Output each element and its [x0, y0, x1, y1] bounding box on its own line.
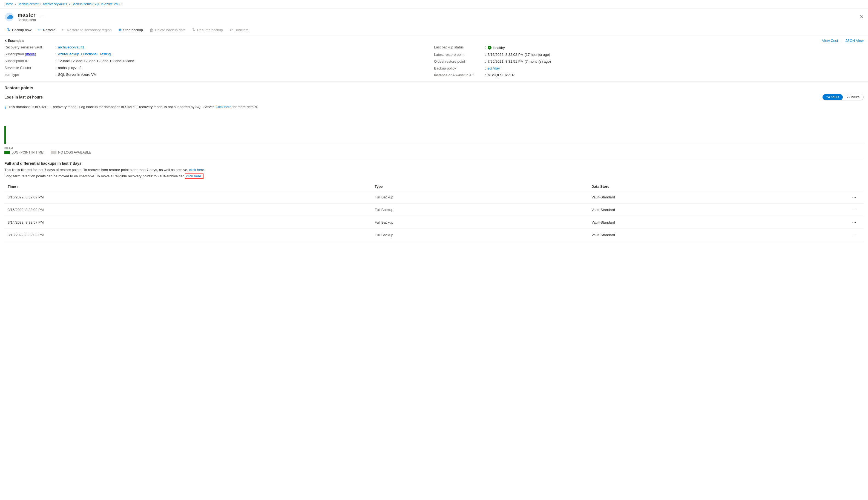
- policy-link[interactable]: sql7day: [488, 66, 500, 70]
- logs-time-toggle: 24 hours 72 hours: [822, 94, 864, 100]
- row-more-button[interactable]: ···: [850, 231, 858, 238]
- vault-label: Recovery services vault: [4, 45, 54, 49]
- restore-secondary-icon: ↩: [62, 27, 66, 32]
- retention-note: Long term retention points can be moved …: [4, 173, 864, 179]
- col-time: Time ↕: [4, 182, 371, 191]
- vault-link[interactable]: archiveccyvault1: [58, 45, 84, 49]
- view-cost-link[interactable]: View Cost: [822, 38, 838, 43]
- status-healthy-icon: [488, 46, 492, 49]
- subscription-label: Subscription (move): [4, 52, 54, 56]
- item-type-value: SQL Server in Azure VM: [58, 72, 97, 77]
- restore-secondary-button[interactable]: ↩ Restore to secondary region: [59, 26, 114, 34]
- cell-time: 3/15/2022, 8:33:02 PM: [4, 203, 371, 216]
- col-actions: [847, 182, 864, 191]
- click-here-log-link[interactable]: Click here: [216, 105, 232, 109]
- policy-label: Backup policy: [434, 66, 483, 70]
- essentials-actions-sep: |: [841, 38, 842, 43]
- delete-backup-button[interactable]: 🗑 Delete backup data: [147, 26, 188, 34]
- breadcrumb-sep-3: ›: [69, 2, 70, 6]
- breadcrumb-vault[interactable]: archiveccyvault1: [43, 2, 67, 6]
- essentials-toggle[interactable]: ∧ Essentials: [4, 39, 24, 43]
- chart-time-label: 30 AM: [4, 146, 13, 150]
- cell-time: 3/13/2022, 8:32:02 PM: [4, 228, 371, 241]
- subscription-link[interactable]: AzureBackup_Functional_Testing: [58, 52, 111, 56]
- policy-value: sql7day: [488, 66, 500, 70]
- cell-datastore: Vault-Standard: [588, 216, 847, 228]
- backup-status-value: Healthy: [488, 46, 505, 50]
- essentials-chevron-icon: ∧: [4, 39, 7, 43]
- restore-points-title: Restore points: [0, 81, 868, 92]
- log-chart: 30 AM: [4, 116, 864, 144]
- full-backups-section: Full and differential backups in last 7 …: [0, 159, 868, 241]
- row-more-button[interactable]: ···: [850, 206, 858, 213]
- cell-more: ···: [847, 203, 864, 216]
- item-type-label: Item type: [4, 72, 54, 77]
- breadcrumb-backup-items[interactable]: Backup Items (SQL in Azure VM): [71, 2, 120, 6]
- cell-datastore: Vault-Standard: [588, 191, 847, 203]
- page-title: master: [18, 12, 36, 18]
- undelete-label: Undelete: [234, 28, 249, 32]
- resume-backup-button[interactable]: ↻ Resume backup: [190, 26, 226, 34]
- move-link[interactable]: move: [26, 52, 35, 56]
- essentials-row-backup-status: Last backup status : Healthy: [434, 44, 864, 50]
- essentials-actions: View Cost | JSON View: [822, 38, 864, 43]
- sort-icon-time[interactable]: ↕: [17, 185, 19, 188]
- table-header-row: Time ↕ Type Data Store: [4, 182, 864, 191]
- server-value: archsqlccyvm2: [58, 66, 82, 70]
- essentials-row-oldest-restore: Oldest restore point : 7/25/2021, 8:31:5…: [434, 59, 864, 64]
- essentials-header: ∧ Essentials View Cost | JSON View: [0, 36, 868, 44]
- legend-no-logs-icon: [51, 151, 56, 154]
- latest-restore-value: 3/16/2022, 8:32:02 PM (17 hour(s) ago): [488, 53, 550, 57]
- cell-type: Full Backup: [371, 203, 588, 216]
- undelete-button[interactable]: ↩ Undelete: [227, 26, 251, 34]
- oldest-restore-label: Oldest restore point: [434, 59, 483, 64]
- cell-datastore: Vault-Standard: [588, 228, 847, 241]
- cell-time: 3/14/2022, 8:32:57 PM: [4, 216, 371, 228]
- restore-secondary-label: Restore to secondary region: [67, 28, 111, 32]
- stop-backup-button[interactable]: ⊗ Stop backup: [115, 26, 146, 34]
- stop-backup-label: Stop backup: [123, 28, 143, 32]
- breadcrumb-home[interactable]: Home: [4, 2, 13, 6]
- resource-icon: [4, 12, 14, 22]
- cell-more: ···: [847, 216, 864, 228]
- instance-label: Instance or AlwaysOn AG: [434, 73, 483, 77]
- delete-backup-icon: 🗑: [149, 27, 154, 32]
- sub-id-label: Subscription ID: [4, 59, 54, 63]
- table-row: 3/13/2022, 8:32:02 PM Full Backup Vault-…: [4, 228, 864, 241]
- legend-log-item: LOG (POINT IN TIME): [4, 150, 44, 154]
- backup-now-icon: ↻: [7, 27, 11, 32]
- toggle-24h-button[interactable]: 24 hours: [823, 94, 843, 100]
- restore-button[interactable]: ↩ Restore: [35, 26, 58, 34]
- json-view-link[interactable]: JSON View: [846, 38, 864, 43]
- essentials-row-policy: Backup policy : sql7day: [434, 65, 864, 71]
- table-row: 3/14/2022, 8:32:57 PM Full Backup Vault-…: [4, 216, 864, 228]
- backup-status-label: Last backup status: [434, 45, 483, 49]
- cell-more: ···: [847, 228, 864, 241]
- filter-click-here-link[interactable]: click here.: [189, 168, 205, 172]
- backup-now-label: Backup now: [12, 28, 32, 32]
- logs-title: Logs in last 24 hours: [4, 95, 43, 99]
- breadcrumb-backup-center[interactable]: Backup center: [18, 2, 38, 6]
- toolbar: ↻ Backup now ↩ Restore ↩ Restore to seco…: [0, 24, 868, 36]
- breadcrumb-sep-4: ›: [121, 2, 122, 6]
- log-chart-bar: [4, 126, 6, 144]
- undelete-icon: ↩: [229, 27, 233, 32]
- breadcrumb-sep-1: ›: [15, 2, 16, 6]
- toggle-72h-button[interactable]: 72 hours: [843, 94, 863, 100]
- cell-time: 3/16/2022, 8:32:02 PM: [4, 191, 371, 203]
- table-row: 3/16/2022, 8:32:02 PM Full Backup Vault-…: [4, 191, 864, 203]
- row-more-button[interactable]: ···: [850, 219, 858, 226]
- backup-now-button[interactable]: ↻ Backup now: [4, 26, 34, 34]
- info-icon: ℹ: [4, 105, 6, 110]
- resume-backup-icon: ↻: [192, 27, 196, 32]
- cell-type: Full Backup: [371, 228, 588, 241]
- more-options-button[interactable]: ···: [40, 14, 44, 20]
- instance-value: MSSQLSERVER: [488, 73, 515, 77]
- breadcrumb: Home › Backup center › archiveccyvault1 …: [0, 0, 868, 9]
- retention-click-here-link[interactable]: click here.: [185, 173, 204, 179]
- info-text: This database is in SIMPLE recovery mode…: [8, 105, 258, 109]
- close-button[interactable]: ✕: [859, 14, 864, 20]
- essentials-row-instance: Instance or AlwaysOn AG : MSSQLSERVER: [434, 72, 864, 78]
- row-more-button[interactable]: ···: [850, 194, 858, 201]
- cell-datastore: Vault-Standard: [588, 203, 847, 216]
